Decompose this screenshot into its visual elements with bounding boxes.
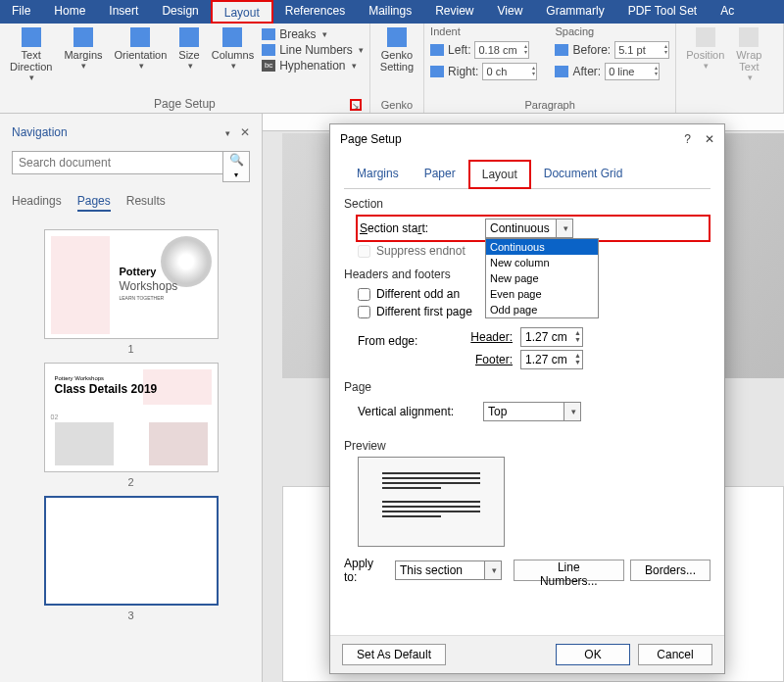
different-odd-even-label: Different odd an xyxy=(376,287,460,301)
dlg-tab-paper[interactable]: Paper xyxy=(412,160,468,189)
margins-button[interactable]: Margins xyxy=(60,25,106,73)
space-after-spinner[interactable]: 0 line xyxy=(605,63,660,80)
nav-tab-pages[interactable]: Pages xyxy=(77,194,111,212)
genko-setting-button[interactable]: Genko Setting xyxy=(376,25,417,74)
group-label-genko: Genko xyxy=(376,99,417,113)
page-setup-dialog: Page Setup ? ✕ Margins Paper Layout Docu… xyxy=(329,123,725,674)
dd-even-page[interactable]: Even page xyxy=(486,286,598,302)
indent-right-spinner[interactable]: 0 ch xyxy=(482,63,537,80)
page-number-3: 3 xyxy=(12,609,250,621)
tab-mailings[interactable]: Mailings xyxy=(357,0,423,24)
text-direction-button[interactable]: Text Direction xyxy=(6,25,56,84)
tab-pdf-tool-set[interactable]: PDF Tool Set xyxy=(616,0,709,24)
nav-dropdown-icon[interactable] xyxy=(223,125,230,139)
different-first-page-label: Different first page xyxy=(376,305,472,318)
search-input[interactable] xyxy=(12,151,222,174)
dialog-titlebar: Page Setup ? ✕ xyxy=(330,124,724,154)
columns-button[interactable]: Columns xyxy=(208,25,258,73)
wrap-text-icon xyxy=(739,27,759,47)
apply-to-select[interactable]: This section▾ xyxy=(395,560,502,580)
dd-odd-page[interactable]: Odd page xyxy=(486,302,598,317)
page-number-2: 2 xyxy=(12,476,250,488)
nav-title: Navigation ✕ xyxy=(12,125,250,139)
wrap-text-button[interactable]: Wrap Text xyxy=(732,25,765,84)
breaks-button[interactable]: Breaks xyxy=(262,27,364,41)
tab-references[interactable]: References xyxy=(273,0,357,24)
cancel-button[interactable]: Cancel xyxy=(638,644,712,665)
dialog-tabs: Margins Paper Layout Document Grid xyxy=(344,160,710,189)
header-spinner[interactable]: 1.27 cm▲▼ xyxy=(520,327,583,347)
dialog-close-button[interactable]: ✕ xyxy=(705,132,714,146)
size-button[interactable]: Size xyxy=(174,25,203,73)
tab-view[interactable]: View xyxy=(486,0,535,24)
indent-left-spinner[interactable]: 0.18 cm xyxy=(474,41,529,59)
dd-new-column[interactable]: New column xyxy=(486,255,598,270)
indent-label: Indent xyxy=(430,25,537,37)
tab-layout[interactable]: Layout xyxy=(211,0,273,24)
page-thumbnail-3[interactable] xyxy=(44,496,219,606)
spacing-label: Spacing xyxy=(555,25,669,37)
vertical-alignment-select[interactable]: Top▾ xyxy=(483,402,581,421)
nav-tabs: Headings Pages Results xyxy=(12,194,250,212)
header-label: Header: xyxy=(469,330,513,344)
footer-spinner[interactable]: 1.27 cm▲▼ xyxy=(520,350,583,369)
columns-icon xyxy=(222,27,242,47)
page-thumbnail-1[interactable]: Pottery WorkshopsLEARN TOGETHER xyxy=(44,229,219,339)
tab-design[interactable]: Design xyxy=(150,0,210,24)
dlg-tab-margins[interactable]: Margins xyxy=(344,160,412,189)
nav-search: 🔍▾ xyxy=(12,151,250,182)
search-icon: 🔍 xyxy=(229,153,244,167)
page-setup-launcher[interactable]: ↘ xyxy=(350,99,362,111)
margins-icon xyxy=(74,27,93,47)
vertical-alignment-label: Vertical alignment: xyxy=(358,405,475,418)
dialog-footer: Set As Default OK Cancel xyxy=(330,635,724,673)
tab-insert[interactable]: Insert xyxy=(97,0,150,24)
section-start-label: Section start: xyxy=(360,221,477,235)
suppress-endnotes-label: Suppress endnot xyxy=(376,244,466,258)
nav-tab-results[interactable]: Results xyxy=(126,194,166,212)
dlg-tab-document-grid[interactable]: Document Grid xyxy=(531,160,636,189)
tab-grammarly[interactable]: Grammarly xyxy=(534,0,615,24)
different-first-page-checkbox[interactable] xyxy=(358,306,370,318)
page-thumbnail-2[interactable]: Pottery WorkshopsClass Details 2019 02 xyxy=(44,363,219,472)
search-button[interactable]: 🔍▾ xyxy=(222,151,250,182)
tab-file[interactable]: File xyxy=(0,0,42,24)
tab-truncated[interactable]: Ac xyxy=(709,0,746,24)
preview-heading: Preview xyxy=(344,439,710,453)
tab-review[interactable]: Review xyxy=(423,0,485,24)
position-button[interactable]: Position xyxy=(682,25,728,73)
size-icon xyxy=(179,27,199,47)
line-numbers-icon xyxy=(262,44,275,56)
footer-label: Footer: xyxy=(469,353,513,366)
borders-dialog-button[interactable]: Borders... xyxy=(630,560,710,581)
dlg-tab-layout[interactable]: Layout xyxy=(468,160,531,189)
hyphenation-button[interactable]: bcHyphenation xyxy=(262,59,364,73)
ok-button[interactable]: OK xyxy=(556,644,630,665)
hyphenation-icon: bc xyxy=(262,60,275,72)
different-odd-even-checkbox[interactable] xyxy=(358,288,370,301)
section-start-select[interactable]: Continuous▾ Continuous New column New pa… xyxy=(485,219,573,238)
line-numbers-button[interactable]: Line Numbers xyxy=(262,43,364,57)
space-before-spinner[interactable]: 5.1 pt xyxy=(614,41,669,59)
group-label-paragraph: Paragraph xyxy=(430,99,669,113)
dialog-help-button[interactable]: ? xyxy=(684,132,691,146)
nav-tab-headings[interactable]: Headings xyxy=(12,194,62,212)
page-heading: Page xyxy=(344,380,710,394)
set-as-default-button[interactable]: Set As Default xyxy=(342,644,446,665)
dd-continuous[interactable]: Continuous xyxy=(486,239,598,255)
dialog-title: Page Setup xyxy=(340,132,402,146)
indent-right-icon xyxy=(430,66,444,77)
indent-left-icon xyxy=(430,44,444,56)
space-before-icon xyxy=(555,44,568,56)
dd-new-page[interactable]: New page xyxy=(486,270,598,286)
text-direction-icon xyxy=(22,27,41,47)
page-number-1: 1 xyxy=(12,343,250,355)
tab-home[interactable]: Home xyxy=(42,0,97,24)
apply-to-label: Apply to: xyxy=(344,557,389,584)
orientation-button[interactable]: Orientation xyxy=(111,25,172,73)
navigation-pane: Navigation ✕ 🔍▾ Headings Pages Results P… xyxy=(0,114,263,682)
nav-close-button[interactable]: ✕ xyxy=(240,125,250,139)
line-numbers-dialog-button[interactable]: Line Numbers... xyxy=(514,560,624,581)
preview-box xyxy=(358,457,505,547)
suppress-endnotes-checkbox xyxy=(358,245,370,258)
